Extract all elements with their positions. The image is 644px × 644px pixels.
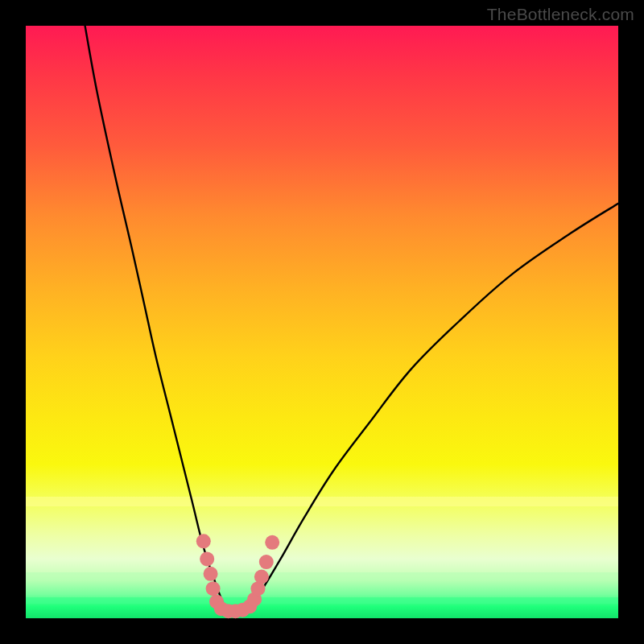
watermark-text: TheBottleneck.com: [487, 5, 634, 24]
chart-root: TheBottleneck.com: [0, 0, 644, 644]
left-curve: [85, 26, 225, 606]
trough-markers: [196, 534, 279, 618]
trough-marker: [265, 535, 279, 550]
trough-marker: [204, 567, 218, 581]
right-curve: [251, 204, 618, 607]
trough-marker: [200, 551, 214, 566]
trough-marker: [206, 581, 221, 596]
trough-marker: [196, 534, 211, 548]
curve-layer: [26, 26, 618, 618]
trough-marker: [254, 570, 269, 584]
plot-area: [26, 26, 618, 618]
trough-marker: [259, 555, 274, 569]
